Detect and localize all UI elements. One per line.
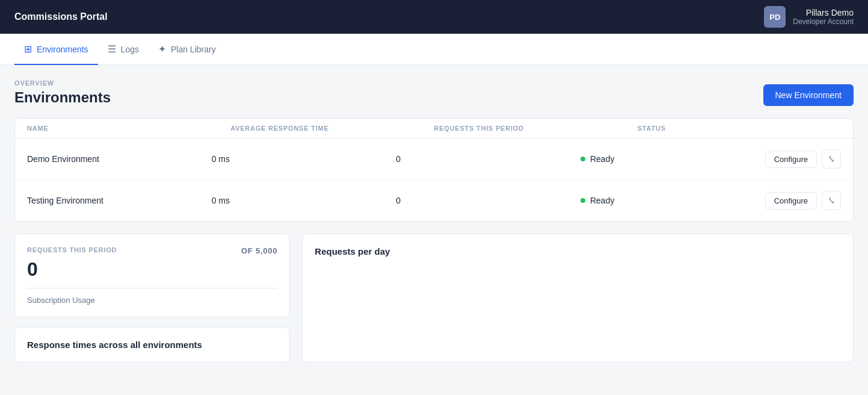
requests-per-day-title: Requests per day: [315, 246, 841, 257]
page-header: OVERVIEW Environments New Environment: [14, 79, 854, 106]
environments-icon: ⊞: [24, 43, 32, 55]
logs-icon: ☰: [108, 43, 116, 55]
main-content: OVERVIEW Environments New Environment NA…: [0, 65, 868, 377]
response-times-card: Response times across all environments: [14, 327, 290, 362]
user-text: Pillars Demo Developer Account: [793, 8, 854, 26]
divider: [27, 288, 277, 288]
env-status: Ready: [580, 154, 765, 164]
bottom-row: REQUESTS THIS PERIOD of 5,000 0 Subscrip…: [14, 234, 854, 362]
requests-of: of 5,000: [241, 246, 277, 255]
env-status: Ready: [580, 196, 765, 205]
configure-button[interactable]: Configure: [765, 192, 817, 210]
table-header: NAME AVERAGE RESPONSE TIME REQUESTS THIS…: [15, 119, 853, 138]
env-requests: 0: [396, 154, 580, 164]
table-row: Testing Environment 0 ms 0 Ready Configu…: [15, 180, 853, 221]
requests-period-label: REQUESTS THIS PERIOD of 5,000: [27, 246, 277, 253]
env-requests: 0: [396, 196, 580, 205]
table-row: Demo Environment 0 ms 0 Ready Configure …: [15, 138, 853, 180]
requests-card: REQUESTS THIS PERIOD of 5,000 0 Subscrip…: [14, 234, 290, 317]
app-title: Commissions Portal: [14, 11, 108, 22]
top-nav: Commissions Portal PD Pillars Demo Devel…: [0, 0, 868, 34]
page-title-group: OVERVIEW Environments: [14, 79, 111, 106]
status-dot: [580, 157, 585, 161]
launch-icon-button[interactable]: ⤥: [822, 191, 841, 210]
status-label: Ready: [590, 196, 614, 205]
col-header-status: STATUS: [638, 125, 841, 132]
status-label: Ready: [590, 154, 614, 164]
user-menu[interactable]: PD Pillars Demo Developer Account: [764, 6, 854, 28]
env-name: Testing Environment: [27, 196, 212, 205]
response-times-title: Response times across all environments: [27, 340, 277, 350]
row-actions: Configure ⤥: [765, 191, 841, 210]
plan-library-icon: ✦: [158, 43, 166, 55]
status-dot: [580, 198, 585, 203]
tab-plan-library-label: Plan Library: [171, 45, 216, 54]
user-role: Developer Account: [793, 17, 854, 26]
requests-value: 0: [27, 258, 277, 281]
tab-environments[interactable]: ⊞ Environments: [14, 34, 98, 65]
col-header-avg-response: AVERAGE RESPONSE TIME: [230, 125, 434, 132]
user-avatar: PD: [764, 6, 786, 28]
tab-bar: ⊞ Environments ☰ Logs ✦ Plan Library: [0, 34, 868, 65]
launch-icon: ⤥: [828, 196, 835, 205]
tab-plan-library[interactable]: ✦ Plan Library: [149, 34, 226, 65]
subscription-usage-label: Subscription Usage: [27, 296, 277, 305]
env-avg-response: 0 ms: [212, 154, 396, 164]
configure-button[interactable]: Configure: [765, 151, 817, 168]
launch-icon: ⤥: [828, 154, 835, 164]
requests-per-day-card: Requests per day: [302, 234, 854, 362]
row-actions: Configure ⤥: [765, 149, 841, 169]
user-name: Pillars Demo: [793, 8, 854, 17]
tab-logs-label: Logs: [121, 45, 139, 54]
env-avg-response: 0 ms: [212, 196, 396, 205]
environments-table: NAME AVERAGE RESPONSE TIME REQUESTS THIS…: [14, 118, 854, 222]
col-header-name: NAME: [27, 125, 230, 132]
page-title: Environments: [14, 89, 111, 106]
tab-environments-label: Environments: [37, 45, 88, 54]
left-cards: REQUESTS THIS PERIOD of 5,000 0 Subscrip…: [14, 234, 290, 362]
env-name: Demo Environment: [27, 154, 212, 164]
tab-logs[interactable]: ☰ Logs: [98, 34, 149, 65]
launch-icon-button[interactable]: ⤥: [822, 149, 841, 169]
new-environment-button[interactable]: New Environment: [763, 84, 854, 106]
col-header-requests: REQUESTS THIS PERIOD: [434, 125, 638, 132]
overview-label: OVERVIEW: [14, 79, 111, 87]
